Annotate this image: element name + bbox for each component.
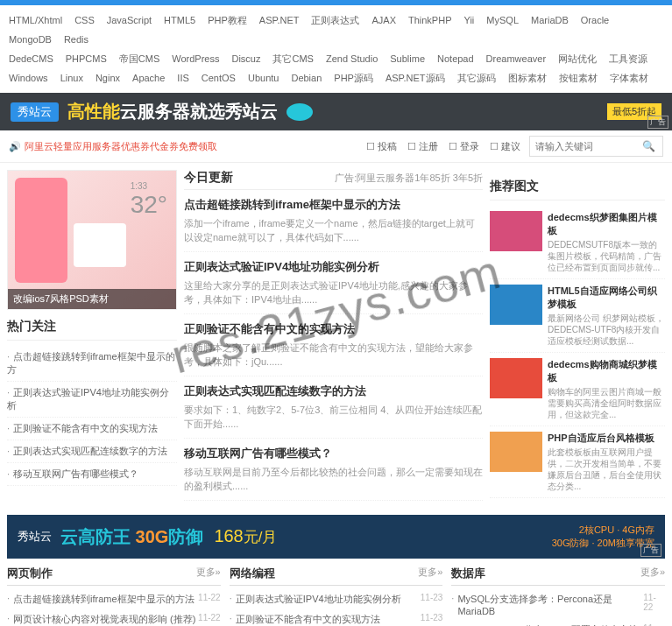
nav-tag[interactable]: Dreamweaver bbox=[486, 49, 546, 68]
action-link[interactable]: ☐ 建议 bbox=[490, 140, 520, 153]
nav-tags: HTML/XhtmlCSSJavaScriptHTML5PHP教程ASP.NET… bbox=[0, 5, 672, 93]
more-link[interactable]: 更多» bbox=[418, 566, 442, 581]
list-item[interactable]: 正则表达式验证IPV4地址功能实例分析11-23 bbox=[230, 589, 443, 609]
nav-tag[interactable]: Windows bbox=[9, 68, 48, 88]
list-item[interactable]: MySQL分支选择参考：Percona还是MariaDB11-22 bbox=[451, 589, 665, 620]
hot-item[interactable]: 正则表达式验证IPV4地址功能实例分析 bbox=[7, 382, 177, 418]
nav-tag[interactable]: MariaDB bbox=[531, 11, 569, 30]
list-item[interactable]: 点击超链接跳转到iframe框架中显示的方法11-22 bbox=[7, 589, 221, 609]
nav-tag[interactable]: 按钮素材 bbox=[559, 68, 598, 88]
article-desc: 这里给大家分享的是正则表达式验证IPV4地址功能,感兴趣的大家参考，具体如下：I… bbox=[184, 278, 483, 306]
col-title: 网络编程 bbox=[230, 566, 275, 581]
sub-bar: 🔊阿里云轻量应用服务器优惠券代金券免费领取 ☐ 投稿☐ 注册☐ 登录☐ 建议 🔍 bbox=[0, 130, 672, 163]
nav-tag[interactable]: Redis bbox=[64, 30, 88, 49]
article-title: 正则验证不能含有中文的实现方法 bbox=[184, 321, 483, 337]
nav-tag[interactable]: MySQL bbox=[486, 11, 519, 30]
slider[interactable]: 1:3332° 改编ios7风格PSD素材 bbox=[7, 170, 177, 310]
nav-tag[interactable]: Discuz bbox=[231, 49, 260, 68]
hot-title: 热门关注 bbox=[7, 310, 177, 341]
slider-caption: 改编ios7风格PSD素材 bbox=[8, 289, 176, 309]
article-desc: 移动互联网是目前乃至今后都比较热的社会问题，那么一定需要知现在的盈利模式....… bbox=[184, 465, 483, 493]
rec-item[interactable]: dedecms织梦图集图片模板DEDECMSUTF8版本一致的集图片模板，代码精… bbox=[490, 206, 665, 279]
rec-thumb bbox=[490, 432, 542, 472]
nav-tag[interactable]: 其它源码 bbox=[457, 68, 496, 88]
rec-thumb bbox=[490, 211, 542, 251]
nav-tag[interactable]: DedeCMS bbox=[9, 49, 53, 68]
search-input[interactable] bbox=[530, 137, 635, 155]
nav-tag[interactable]: 工具资源 bbox=[609, 49, 647, 68]
nav-tag[interactable]: ASP.NET源码 bbox=[386, 68, 445, 88]
nav-tag[interactable]: Ubuntu bbox=[248, 68, 279, 88]
list-item[interactable]: MariaDB(Mysql分支)my.cn配置文件中文注释11-22 bbox=[451, 620, 665, 626]
nav-tag[interactable]: 网站优化 bbox=[558, 49, 597, 68]
rec-item[interactable]: HTML5自适应网络公司织梦模板最新网络公司 织梦网站模板，DEDECMS-UT… bbox=[490, 279, 665, 353]
nav-tag[interactable]: Sublime bbox=[390, 49, 425, 68]
action-link[interactable]: ☐ 注册 bbox=[407, 140, 438, 153]
nav-tag[interactable]: JavaScript bbox=[107, 11, 152, 30]
col-title: 数据库 bbox=[451, 566, 485, 581]
action-link[interactable]: ☐ 投稿 bbox=[366, 140, 397, 153]
banner-logo: 秀站云 bbox=[11, 102, 59, 122]
phone-mockup bbox=[15, 178, 67, 283]
article-item[interactable]: 点击超链接跳转到iframe框架中显示的方法添加一个iframe，iframe要… bbox=[184, 190, 483, 252]
article-desc: 跟随脚本之家了解正则验证不能含有中文的实现方法，望能给大家参考，具体如下：jQu… bbox=[184, 341, 483, 369]
article-title: 正则表达式实现匹配连续数字的方法 bbox=[184, 383, 483, 399]
article-item[interactable]: 正则表达式验证IPV4地址功能实例分析这里给大家分享的是正则表达式验证IPV4地… bbox=[184, 252, 483, 314]
nav-tag[interactable]: Apache bbox=[132, 68, 165, 88]
nav-tag[interactable]: CSS bbox=[74, 11, 95, 30]
nav-tag[interactable]: Oracle bbox=[581, 11, 609, 30]
list-item[interactable]: 正则验证不能含有中文的实现方法11-23 bbox=[230, 609, 443, 626]
hot-item[interactable]: 点击超链接跳转到iframe框架中显示的方 bbox=[7, 346, 177, 382]
nav-tag[interactable]: CentOS bbox=[202, 68, 236, 88]
rec-item[interactable]: dedecms购物商城织梦模板购物车的阿里云图片商城一般需要购买高清全组阿时数据… bbox=[490, 353, 665, 426]
nav-tag[interactable]: IIS bbox=[177, 68, 188, 88]
nav-tag[interactable]: MongoDB bbox=[9, 30, 52, 49]
rec-thumb bbox=[490, 285, 542, 325]
nav-tag[interactable]: ASP.NET bbox=[259, 11, 300, 30]
article-item[interactable]: 正则验证不能含有中文的实现方法跟随脚本之家了解正则验证不能含有中文的实现方法，望… bbox=[184, 314, 483, 376]
col-title: 网页制作 bbox=[7, 566, 53, 581]
nav-tag[interactable]: Debian bbox=[291, 68, 322, 88]
more-link[interactable]: 更多» bbox=[196, 566, 221, 581]
today-ad[interactable]: 广告:阿里云服务器1年85折 3年5折 bbox=[335, 172, 483, 185]
nav-tag[interactable]: AJAX bbox=[371, 11, 396, 30]
hot-item[interactable]: 正则验证不能含有中文的实现方法 bbox=[7, 418, 177, 440]
rec-thumb bbox=[490, 358, 542, 398]
hot-item[interactable]: 正则表达式实现匹配连续数字的方法 bbox=[7, 440, 177, 463]
banner-top[interactable]: 秀站云 高性能云服务器就选秀站云 最低5折起 广告 bbox=[0, 93, 672, 130]
nav-tag[interactable]: Linux bbox=[60, 68, 83, 88]
rec-item[interactable]: PHP自适应后台风格模板此套模板板由互联网用户提供，二次开发相当简单，不要嫌原后… bbox=[490, 426, 665, 498]
article-title: 移动互联网广告有哪些模式？ bbox=[184, 446, 483, 461]
nav-tag[interactable]: HTML5 bbox=[164, 11, 195, 30]
nav-tag[interactable]: PHP源码 bbox=[334, 68, 373, 88]
nav-tag[interactable]: 图标素材 bbox=[508, 68, 547, 88]
nav-tag[interactable]: ThinkPHP bbox=[408, 11, 452, 30]
article-desc: 要求如下：1、纯数字2、5-7位3、前三位相同 4、从四位开始连续匹配下面开始.… bbox=[184, 403, 483, 431]
action-link[interactable]: ☐ 登录 bbox=[449, 140, 479, 153]
article-title: 正则表达式验证IPV4地址功能实例分析 bbox=[184, 259, 483, 275]
banner-mid[interactable]: 秀站云 云高防王 30G防御 168元/月 2核CPU · 4G内存30G防御 … bbox=[7, 515, 665, 559]
more-link[interactable]: 更多» bbox=[640, 566, 665, 581]
article-title: 点击超链接跳转到iframe框架中显示的方法 bbox=[184, 197, 483, 213]
nav-tag[interactable]: Notepad bbox=[437, 49, 474, 68]
search-icon[interactable]: 🔍 bbox=[635, 137, 662, 156]
notice-link[interactable]: 🔊阿里云轻量应用服务器优惠券代金券免费领取 bbox=[9, 140, 217, 153]
nav-tag[interactable]: 其它CMS bbox=[272, 49, 313, 68]
nav-tag[interactable]: PHPCMS bbox=[66, 49, 107, 68]
today-title: 今日更新 bbox=[184, 170, 233, 186]
nav-tag[interactable]: PHP教程 bbox=[208, 11, 247, 30]
nav-tag[interactable]: HTML/Xhtml bbox=[9, 11, 62, 30]
article-item[interactable]: 正则表达式实现匹配连续数字的方法要求如下：1、纯数字2、5-7位3、前三位相同 … bbox=[184, 376, 483, 439]
search-box: 🔍 bbox=[529, 136, 663, 157]
nav-tag[interactable]: WordPress bbox=[172, 49, 219, 68]
nav-tag[interactable]: 正则表达式 bbox=[311, 11, 359, 30]
nav-tag[interactable]: 字体素材 bbox=[610, 68, 648, 88]
list-item[interactable]: 网页设计核心内容对视觉表现的影响 (推荐)11-22 bbox=[7, 609, 221, 626]
hot-item[interactable]: 移动互联网广告有哪些模式？ bbox=[7, 463, 177, 486]
nav-tag[interactable]: 帝国CMS bbox=[119, 49, 159, 68]
nav-tag[interactable]: Nginx bbox=[95, 68, 120, 88]
article-desc: 添加一个iframe，iframe要定义一个name，然后a链接的target上… bbox=[184, 216, 483, 244]
article-item[interactable]: 移动互联网广告有哪些模式？移动互联网是目前乃至今后都比较热的社会问题，那么一定需… bbox=[184, 439, 483, 501]
nav-tag[interactable]: Yii bbox=[464, 11, 475, 30]
nav-tag[interactable]: Zend Studio bbox=[326, 49, 378, 68]
